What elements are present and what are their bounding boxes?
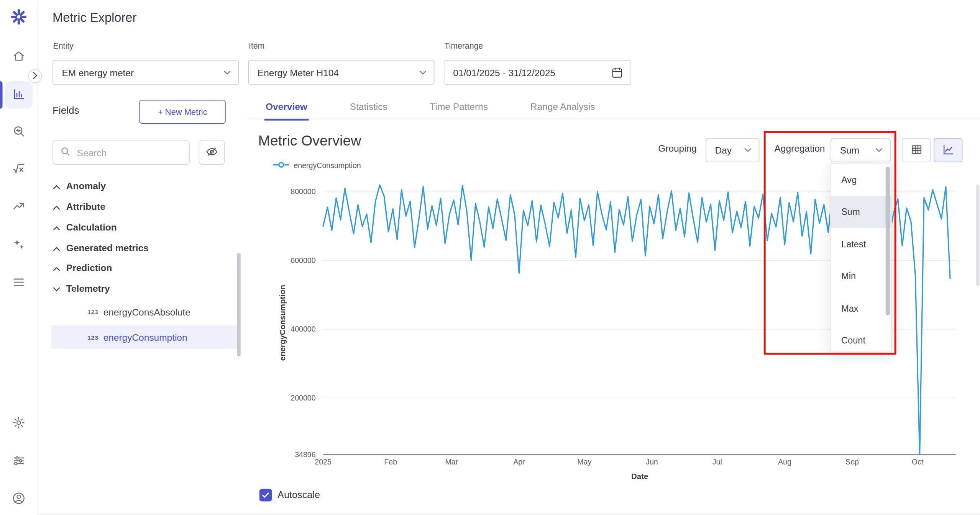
- chevron-down-icon: [744, 148, 751, 152]
- sidebar-item-metrics[interactable]: [6, 82, 31, 107]
- autoscale-checkbox[interactable]: [259, 489, 272, 502]
- tab-statistics[interactable]: Statistics: [348, 95, 388, 121]
- field-group-label: Anomaly: [66, 180, 106, 191]
- aggregation-label: Aggregation: [774, 143, 825, 154]
- svg-text:energyConsumption: energyConsumption: [278, 285, 287, 361]
- person-icon: [12, 491, 26, 507]
- tab-time-patterns[interactable]: Time Patterns: [428, 95, 489, 121]
- tab-range-analysis[interactable]: Range Analysis: [529, 95, 596, 121]
- trend-up-icon: [12, 199, 26, 214]
- aggregation-option-min[interactable]: Min: [831, 260, 891, 292]
- item-label: Item: [249, 41, 264, 51]
- sidebar-item-preferences[interactable]: [6, 449, 31, 474]
- entity-select[interactable]: EM energy meter: [53, 60, 239, 85]
- chart-view-button[interactable]: [934, 138, 962, 162]
- table-view-button[interactable]: [902, 138, 931, 162]
- field-group-generated-metrics[interactable]: Generated metrics: [51, 237, 239, 258]
- aggregation-option-latest[interactable]: Latest: [831, 228, 891, 260]
- table-icon: [910, 143, 923, 158]
- aggregation-option-sum[interactable]: Sum: [831, 196, 891, 228]
- timerange-label: Timerange: [444, 41, 483, 51]
- svg-text:200000: 200000: [291, 394, 315, 402]
- field-group-label: Attribute: [66, 201, 105, 212]
- entity-label: Entity: [53, 41, 74, 51]
- square-root-icon: [12, 162, 26, 177]
- field-group-label: Calculation: [66, 222, 117, 232]
- autoscale-label: Autoscale: [277, 490, 320, 501]
- field-group-calculation[interactable]: Calculation: [51, 217, 239, 237]
- timerange-value: 01/01/2025 - 31/12/2025: [453, 67, 605, 78]
- svg-text:Apr: Apr: [513, 458, 525, 466]
- chevron-down-icon: [53, 283, 60, 294]
- chevron-right-icon: [33, 72, 38, 81]
- svg-text:Sep: Sep: [845, 458, 859, 466]
- item-select[interactable]: Energy Meter H104: [248, 60, 434, 85]
- sidebar-item-profile[interactable]: [6, 486, 31, 511]
- field-item-energyconsumption[interactable]: 123 energyConsumption: [51, 325, 238, 349]
- chevron-up-icon: [53, 242, 60, 253]
- gear-icon: [12, 415, 26, 431]
- chevron-down-icon: [419, 70, 426, 74]
- hide-fields-button[interactable]: [199, 140, 225, 165]
- aggregation-option-avg[interactable]: Avg: [831, 163, 891, 196]
- window-scrollbar[interactable]: [976, 185, 979, 286]
- svg-text:Feb: Feb: [384, 458, 397, 466]
- chevron-down-icon: [224, 70, 231, 74]
- legend-marker-icon: [273, 161, 289, 170]
- sidebar-item-formulas[interactable]: [6, 157, 31, 181]
- calendar-icon[interactable]: [611, 67, 623, 78]
- field-group-anomaly[interactable]: Anomaly: [51, 175, 239, 196]
- search-input-container: [53, 140, 190, 165]
- numeric-field-icon: 123: [87, 334, 98, 341]
- aggregation-option-max[interactable]: Max: [831, 292, 891, 324]
- sidebar-item-settings[interactable]: [6, 411, 31, 436]
- aggregation-select[interactable]: Sum: [831, 138, 891, 162]
- item-value: Energy Meter H104: [258, 67, 413, 78]
- field-group-label: Prediction: [66, 262, 112, 273]
- check-icon: [262, 490, 269, 501]
- aggregation-value: Sum: [840, 145, 870, 155]
- fields-title: Fields: [53, 105, 79, 116]
- legend-item[interactable]: energyConsumption: [273, 161, 361, 170]
- new-metric-button[interactable]: + New Metric: [140, 100, 226, 124]
- sidebar-item-signal-search[interactable]: [6, 119, 31, 144]
- svg-text:May: May: [577, 458, 591, 466]
- grouping-select[interactable]: Day: [706, 138, 759, 162]
- svg-text:400000: 400000: [291, 325, 315, 333]
- sidebar-item-ai[interactable]: [6, 233, 31, 258]
- app-root: Metric Explorer Entity EM energy meter I…: [0, 0, 980, 515]
- logo-icon: [10, 8, 28, 28]
- svg-text:Date: Date: [631, 472, 648, 481]
- aggregation-option-count[interactable]: Count: [831, 324, 891, 352]
- chevron-up-icon: [53, 180, 60, 191]
- field-group-label: Telemetry: [66, 283, 110, 294]
- grouping-label: Grouping: [658, 143, 697, 154]
- sidebar-item-home[interactable]: [6, 44, 31, 69]
- fields-scrollbar[interactable]: [237, 253, 241, 356]
- timerange-input[interactable]: 01/01/2025 - 31/12/2025: [444, 60, 631, 85]
- field-item-label: energyConsumption: [103, 332, 187, 343]
- svg-text:Jun: Jun: [646, 458, 658, 466]
- sparkles-icon: [12, 237, 26, 253]
- search-input[interactable]: [76, 146, 182, 158]
- sidebar-item-list[interactable]: [6, 270, 31, 295]
- tab-overview[interactable]: Overview: [264, 95, 309, 121]
- search-wave-icon: [12, 124, 26, 140]
- home-icon: [12, 49, 26, 65]
- field-group-label: Generated metrics: [66, 242, 149, 253]
- page-title: Metric Explorer: [53, 11, 136, 25]
- view-tabs: Overview Statistics Time Patterns Range …: [264, 95, 596, 121]
- sidebar-expand-button[interactable]: [28, 69, 42, 83]
- field-item-energyconsabsolute[interactable]: 123 energyConsAbsolute: [51, 300, 238, 324]
- divider: [38, 514, 980, 515]
- field-group-prediction[interactable]: Prediction: [51, 257, 239, 278]
- search-icon: [61, 146, 70, 158]
- sidebar-item-trends[interactable]: [6, 194, 31, 219]
- eye-off-icon: [206, 146, 218, 159]
- chevron-down-icon: [876, 148, 883, 152]
- svg-text:800000: 800000: [291, 187, 315, 196]
- dropdown-scrollbar[interactable]: [886, 167, 890, 315]
- field-group-attribute[interactable]: Attribute: [51, 196, 239, 217]
- field-item-label: energyConsAbsolute: [103, 306, 190, 317]
- field-group-telemetry[interactable]: Telemetry: [51, 278, 239, 299]
